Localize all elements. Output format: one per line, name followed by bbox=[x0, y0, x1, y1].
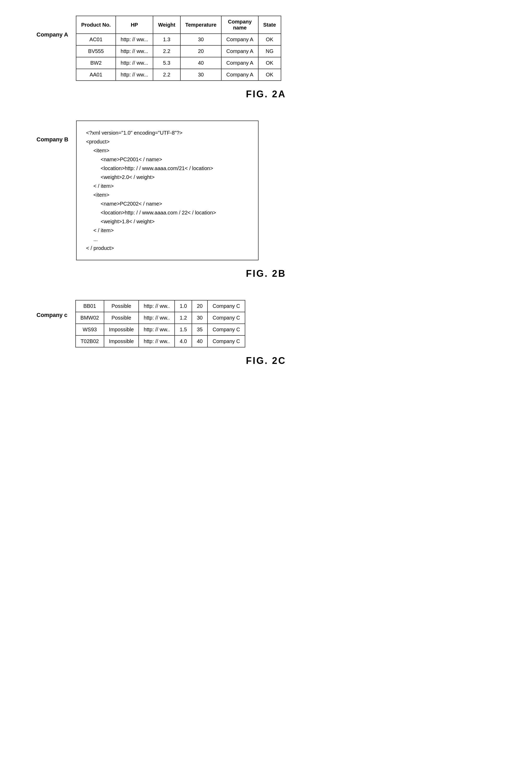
fig2a-table: Product No. HP Weight Temperature Compan… bbox=[76, 16, 281, 81]
table-cell: T02B02 bbox=[76, 335, 104, 347]
table-cell: Impossible bbox=[104, 335, 139, 347]
xml-line: <name>PC2001< / name> bbox=[86, 155, 249, 164]
table-cell: 30 bbox=[180, 69, 222, 81]
table-cell: Company A bbox=[221, 34, 258, 46]
fig2b-company-label: Company B bbox=[37, 121, 68, 143]
xml-line: <product> bbox=[86, 137, 249, 146]
table-cell: 1.3 bbox=[153, 34, 180, 46]
xml-line: <weight>1.8< / weight> bbox=[86, 217, 249, 226]
table-cell: Impossible bbox=[104, 324, 139, 335]
table-cell: Company A bbox=[221, 57, 258, 69]
table-row: T02B02Impossiblehttp: // ww..4.040Compan… bbox=[76, 335, 245, 347]
xml-line: < / product> bbox=[86, 244, 249, 253]
table-cell: NG bbox=[258, 46, 281, 57]
table-row: BMW02Possiblehttp: // ww..1.230Company C bbox=[76, 312, 245, 324]
fig2a-container: Company A Product No. HP Weight Temperat… bbox=[37, 16, 511, 81]
table-cell: 4.0 bbox=[175, 335, 192, 347]
xml-line: < / item> bbox=[86, 226, 249, 235]
col-header-hp: HP bbox=[116, 16, 153, 34]
table-cell: http: // ww.. bbox=[139, 335, 175, 347]
table-cell: Possible bbox=[104, 312, 139, 324]
table-cell: 40 bbox=[192, 335, 208, 347]
table-row: BV555http: // ww...2.220Company ANG bbox=[76, 46, 281, 57]
table-row: BW2http: // ww...5.340Company AOK bbox=[76, 57, 281, 69]
section-fig2b: Company B <?xml version="1.0" encoding="… bbox=[21, 121, 511, 279]
col-header-temperature: Temperature bbox=[180, 16, 222, 34]
xml-line: <?xml version="1.0" encoding="UTF-8"?> bbox=[86, 128, 249, 137]
xml-line: < / item> bbox=[86, 181, 249, 190]
table-cell: http: // ww... bbox=[116, 69, 153, 81]
table-cell: http: // ww... bbox=[116, 46, 153, 57]
table-cell: Company C bbox=[208, 300, 245, 312]
table-cell: 1.0 bbox=[175, 300, 192, 312]
table-cell: BB01 bbox=[76, 300, 104, 312]
table-cell: 2.2 bbox=[153, 46, 180, 57]
table-row: WS93Impossiblehttp: // ww..1.535Company … bbox=[76, 324, 245, 335]
table-cell: http: // ww.. bbox=[139, 300, 175, 312]
table-cell: Possible bbox=[104, 300, 139, 312]
table-cell: http: // ww... bbox=[116, 34, 153, 46]
fig2a-company-label: Company A bbox=[37, 16, 68, 38]
col-header-weight: Weight bbox=[153, 16, 180, 34]
table-cell: 1.5 bbox=[175, 324, 192, 335]
table-cell: 2.2 bbox=[153, 69, 180, 81]
table-cell: BW2 bbox=[76, 57, 116, 69]
table-cell: 35 bbox=[192, 324, 208, 335]
xml-line: ... bbox=[86, 235, 249, 244]
table-cell: WS93 bbox=[76, 324, 104, 335]
table-cell: Company C bbox=[208, 324, 245, 335]
table-cell: 20 bbox=[192, 300, 208, 312]
section-fig2a: Company A Product No. HP Weight Temperat… bbox=[21, 16, 511, 100]
table-cell: AA01 bbox=[76, 69, 116, 81]
table-cell: AC01 bbox=[76, 34, 116, 46]
fig2c-label: FIG. 2C bbox=[21, 355, 511, 366]
fig2a-label: FIG. 2A bbox=[21, 89, 511, 100]
col-header-company-name: Companyname bbox=[221, 16, 258, 34]
table-cell: BMW02 bbox=[76, 312, 104, 324]
table-row: BB01Possiblehttp: // ww..1.020Company C bbox=[76, 300, 245, 312]
xml-line: <location>http: / / www.aaaa.com / 22< /… bbox=[86, 208, 249, 217]
table-cell: Company A bbox=[221, 69, 258, 81]
col-header-state: State bbox=[258, 16, 281, 34]
table-cell: OK bbox=[258, 69, 281, 81]
table-cell: OK bbox=[258, 34, 281, 46]
table-cell: http: // ww.. bbox=[139, 312, 175, 324]
table-cell: 5.3 bbox=[153, 57, 180, 69]
xml-line: <weight>2.0< / weight> bbox=[86, 173, 249, 181]
fig2b-label: FIG. 2B bbox=[21, 268, 511, 279]
fig2c-company-label: Company c bbox=[37, 300, 67, 318]
table-cell: http: // ww.. bbox=[139, 324, 175, 335]
xml-line: <location>http: / / www.aaaa.com/21< / l… bbox=[86, 164, 249, 173]
table-cell: Company C bbox=[208, 335, 245, 347]
table-row: AA01http: // ww...2.230Company AOK bbox=[76, 69, 281, 81]
table-cell: 20 bbox=[180, 46, 222, 57]
table-cell: OK bbox=[258, 57, 281, 69]
xml-line: <item> bbox=[86, 190, 249, 199]
table-cell: 30 bbox=[180, 34, 222, 46]
section-fig2c: Company c BB01Possiblehttp: // ww..1.020… bbox=[21, 300, 511, 366]
table-cell: 30 bbox=[192, 312, 208, 324]
table-header-row: Product No. HP Weight Temperature Compan… bbox=[76, 16, 281, 34]
table-row: AC01http: // ww...1.330Company AOK bbox=[76, 34, 281, 46]
fig2b-container: Company B <?xml version="1.0" encoding="… bbox=[37, 121, 511, 260]
col-header-product-no: Product No. bbox=[76, 16, 116, 34]
xml-line: <item> bbox=[86, 146, 249, 155]
table-cell: BV555 bbox=[76, 46, 116, 57]
fig2c-container: Company c BB01Possiblehttp: // ww..1.020… bbox=[37, 300, 511, 348]
table-cell: 1.2 bbox=[175, 312, 192, 324]
table-cell: http: // ww... bbox=[116, 57, 153, 69]
xml-line: <name>PC2002< / name> bbox=[86, 199, 249, 208]
table-cell: Company A bbox=[221, 46, 258, 57]
fig2b-xml-box: <?xml version="1.0" encoding="UTF-8"?><p… bbox=[76, 121, 259, 260]
table-cell: 40 bbox=[180, 57, 222, 69]
fig2c-table: BB01Possiblehttp: // ww..1.020Company CB… bbox=[75, 300, 245, 348]
table-cell: Company C bbox=[208, 312, 245, 324]
